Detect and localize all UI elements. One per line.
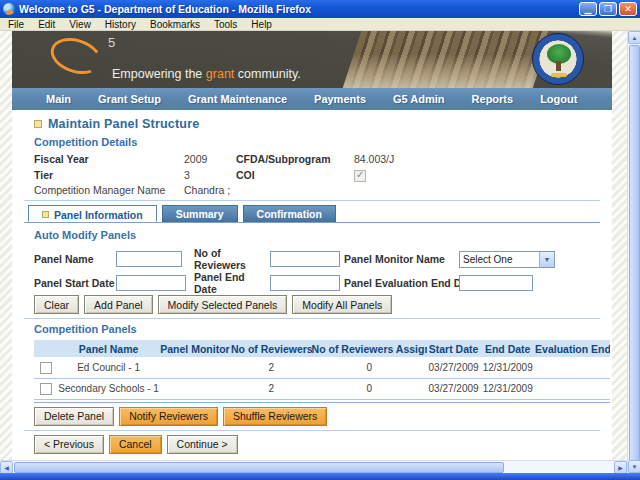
page-title: Maintain Panel Structure [48, 117, 199, 131]
horizontal-scroll-thumb[interactable] [14, 462, 504, 473]
tab-confirmation[interactable]: Confirmation [243, 205, 336, 222]
menu-tools[interactable]: Tools [214, 19, 237, 30]
nav-main[interactable]: Main [46, 93, 71, 105]
cell-assigned: 0 [312, 378, 427, 399]
close-button[interactable]: ✕ [619, 2, 637, 16]
row-checkbox[interactable] [40, 362, 52, 374]
nav-grant-maintenance[interactable]: Grant Maintenance [188, 93, 287, 105]
col-no-of-reviewers-assigned: No of Reviewers Assigned [312, 340, 427, 357]
horizontal-scrollbar[interactable]: ◀ ▶ [0, 460, 627, 473]
col-evaluation-end-date: Evaluation End Date [535, 340, 610, 357]
menu-help[interactable]: Help [251, 19, 272, 30]
col-end-date: End Date [480, 340, 535, 357]
nav-grant-setup[interactable]: Grant Setup [98, 93, 161, 105]
cell-eval-end-date [535, 378, 610, 399]
cell-no-of-reviewers: 2 [231, 357, 312, 378]
panel-monitor-select[interactable]: Select One ▼ [459, 251, 555, 268]
col-start-date: Start Date [427, 340, 481, 357]
panel-end-date-label: Panel End Date [194, 271, 270, 295]
library-photo [343, 31, 552, 88]
cell-panel-name: Secondary Schools - 1 [58, 378, 159, 399]
tab-panel-information[interactable]: Panel Information [28, 205, 157, 222]
modify-all-panels-button[interactable]: Modify All Panels [292, 295, 392, 314]
scroll-up-icon[interactable]: ▲ [628, 31, 640, 44]
delete-panel-button[interactable]: Delete Panel [34, 407, 114, 426]
browser-window: Welcome to G5 - Department of Education … [0, 0, 640, 480]
vertical-scrollbar[interactable]: ▲ ▼ [627, 31, 640, 473]
table-action-buttons: Delete Panel Notify Reviewers Shuffle Re… [34, 407, 600, 426]
no-of-reviewers-input[interactable] [270, 251, 340, 267]
fiscal-year-label: Fiscal Year [34, 153, 184, 165]
bullet-icon [34, 120, 42, 128]
department-of-education-seal-icon [532, 33, 584, 85]
manager-label: Competition Manager Name [34, 184, 184, 196]
cell-end-date: 12/31/2009 [480, 378, 535, 399]
competition-details-heading: Competition Details [34, 136, 600, 148]
nav-g5-admin[interactable]: G5 Admin [393, 93, 445, 105]
firefox-icon [3, 3, 15, 15]
cell-start-date: 03/27/2009 [427, 378, 481, 399]
cell-panel-name: Ed Council - 1 [58, 357, 159, 378]
auto-modify-buttons: Clear Add Panel Modify Selected Panels M… [34, 295, 600, 314]
g5-banner: 5 Empowering the grant community. [12, 31, 612, 88]
row-checkbox[interactable] [40, 383, 52, 395]
panel-eval-end-date-input[interactable] [459, 275, 533, 291]
auto-modify-row-2: Panel Start Date Panel End Date Panel Ev… [34, 271, 600, 289]
cfda-label: CFDA/Subprogram [236, 153, 354, 165]
table-underline [34, 402, 610, 403]
panel-start-date-input[interactable] [116, 275, 186, 291]
competition-panels-table: Panel Name Panel Monitor No of Reviewers… [34, 340, 610, 400]
table-row: Secondary Schools - 1 2 0 03/27/2009 12/… [34, 378, 610, 399]
cfda-value: 84.003/J [354, 153, 600, 165]
add-panel-button[interactable]: Add Panel [84, 295, 152, 314]
panel-name-input[interactable] [116, 251, 182, 267]
shuffle-reviewers-button[interactable]: Shuffle Reviewers [223, 407, 327, 426]
tier-label: Tier [34, 169, 184, 182]
panel-start-date-label: Panel Start Date [34, 277, 116, 289]
nav-logout[interactable]: Logout [540, 93, 577, 105]
cell-assigned: 0 [312, 357, 427, 378]
titlebar: Welcome to G5 - Department of Education … [0, 0, 640, 18]
minimize-button[interactable]: ▁ [579, 2, 597, 16]
divider [24, 430, 600, 431]
continue-button[interactable]: Continue > [167, 435, 238, 454]
g5-logo-icon: 5 [50, 39, 102, 73]
select-column-header [34, 340, 58, 357]
tier-value: 3 [184, 169, 236, 182]
col-no-of-reviewers: No of Reviewers [231, 340, 312, 357]
cancel-button[interactable]: Cancel [109, 435, 162, 454]
table-header-row: Panel Name Panel Monitor No of Reviewers… [34, 340, 610, 357]
main-navigation: Main Grant Setup Grant Maintenance Payme… [12, 88, 612, 110]
chevron-down-icon: ▼ [539, 252, 554, 267]
tab-summary[interactable]: Summary [162, 205, 238, 222]
panel-end-date-input[interactable] [270, 275, 340, 291]
manager-value: Chandra ; [184, 184, 600, 196]
page-title-row: Maintain Panel Structure [34, 117, 600, 131]
vertical-scroll-thumb[interactable] [629, 45, 640, 461]
competition-panels-heading: Competition Panels [34, 323, 600, 335]
modify-selected-panels-button[interactable]: Modify Selected Panels [158, 295, 288, 314]
menu-history[interactable]: History [105, 19, 136, 30]
col-panel-monitor: Panel Monitor [159, 340, 231, 357]
restore-button[interactable]: ❐ [599, 2, 617, 16]
auto-modify-heading: Auto Modify Panels [34, 229, 600, 241]
notify-reviewers-button[interactable]: Notify Reviewers [119, 407, 218, 426]
panel-eval-end-date-label: Panel Evaluation End Date [344, 277, 459, 289]
menu-bookmarks[interactable]: Bookmarks [150, 19, 200, 30]
nav-reports[interactable]: Reports [472, 93, 514, 105]
divider [24, 318, 600, 319]
cell-panel-monitor [159, 357, 231, 378]
menu-edit[interactable]: Edit [38, 19, 55, 30]
clear-button[interactable]: Clear [34, 295, 79, 314]
col-panel-name: Panel Name [58, 340, 159, 357]
scroll-down-icon[interactable]: ▼ [628, 460, 640, 473]
page-background: 5 Empowering the grant community. Main G… [0, 31, 640, 473]
menu-file[interactable]: File [8, 19, 24, 30]
menu-view[interactable]: View [69, 19, 91, 30]
nav-payments[interactable]: Payments [314, 93, 366, 105]
previous-button[interactable]: < Previous [34, 435, 104, 454]
fiscal-year-value: 2009 [184, 153, 236, 165]
window-bottom-border [0, 473, 640, 480]
panel-monitor-label: Panel Monitor Name [344, 253, 459, 265]
competition-details: Fiscal Year 2009 CFDA/Subprogram 84.003/… [34, 153, 600, 182]
